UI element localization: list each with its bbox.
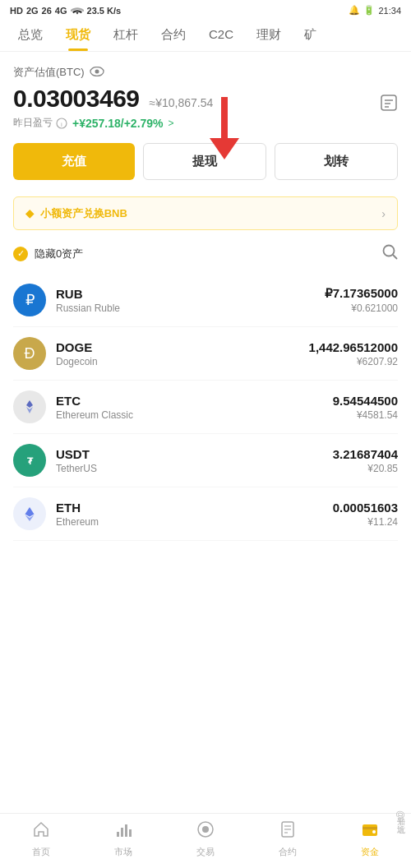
eye-icon[interactable] (90, 67, 104, 79)
eth-amounts: 0.00051603 ¥11.24 (333, 501, 398, 528)
search-icon[interactable] (381, 243, 398, 264)
list-item[interactable]: ₮ USDT TetherUS 3.21687404 ¥20.85 (13, 434, 398, 487)
doge-amounts: 1,442.96512000 ¥6207.92 (309, 340, 398, 367)
eth-amount: 0.00051603 (333, 501, 398, 515)
nav-trade[interactable]: 交易 (164, 820, 247, 858)
svg-marker-14 (25, 507, 35, 517)
rub-info: RUB Russian Ruble (56, 287, 325, 314)
etc-icon (13, 390, 46, 423)
svg-rect-27 (363, 827, 377, 829)
tab-spot[interactable]: 现货 (54, 19, 102, 51)
status-left: HD 2G 26 4G 23.5 K/s (10, 6, 121, 16)
rub-symbol: RUB (56, 287, 325, 301)
transfer-button[interactable]: 划转 (275, 143, 398, 180)
nav-trade-label: 交易 (196, 846, 215, 858)
svg-rect-19 (129, 829, 132, 837)
alarm-icon: 🔔 (349, 5, 360, 16)
svg-rect-16 (117, 832, 119, 837)
bottom-nav: 首页 市场 交易 (0, 813, 411, 868)
main-content: 资产估值(BTC) 0.03003469 ≈¥10,867.54 昨日盈亏 i … (0, 52, 411, 541)
svg-point-28 (372, 830, 376, 833)
time-display: 21:34 (378, 6, 401, 16)
svg-rect-17 (121, 828, 123, 837)
doge-icon: Ð (13, 337, 46, 370)
trade-icon (196, 820, 215, 843)
network-4g: 4G (55, 6, 67, 16)
rub-icon: ₽ (13, 284, 46, 316)
nav-home-label: 首页 (32, 846, 50, 858)
network-speed: 23.5 K/s (87, 6, 122, 16)
pnl-label: 昨日盈亏 i (13, 116, 67, 130)
eth-symbol: ETH (56, 501, 333, 515)
banner-icon: ◆ (25, 207, 34, 219)
usdt-symbol: USDT (56, 447, 333, 461)
doge-info: DOGE Dogecoin (56, 340, 309, 367)
pnl-arrow[interactable]: > (169, 118, 174, 129)
watermark: 知乎@近坑 (395, 810, 406, 819)
list-item[interactable]: ETH Ethereum 0.00051603 ¥11.24 (13, 487, 398, 541)
svg-line-9 (393, 255, 397, 259)
action-buttons: 充值 提现 划转 (13, 143, 398, 180)
usdt-info: USDT TetherUS (56, 447, 333, 474)
asset-label-row: 资产估值(BTC) (13, 65, 398, 80)
usdt-amounts: 3.21687404 ¥20.85 (333, 447, 398, 474)
list-item[interactable]: ₽ RUB Russian Ruble ₽7.17365000 ¥0.62100… (13, 274, 398, 327)
doge-cny: ¥6207.92 (309, 356, 398, 367)
filter-check-icon[interactable]: ✓ (13, 247, 28, 261)
info-icon: i (56, 118, 67, 129)
tab-contract[interactable]: 合约 (150, 19, 197, 51)
svg-marker-10 (26, 400, 33, 408)
signal-26: 26 (42, 6, 52, 16)
doge-amount: 1,442.96512000 (309, 340, 398, 354)
action-area: 充值 提现 划转 (13, 143, 398, 180)
doge-symbol: DOGE (56, 340, 309, 354)
charge-button[interactable]: 充值 (13, 143, 135, 180)
svg-rect-26 (363, 824, 377, 836)
tab-finance[interactable]: 理财 (245, 19, 293, 51)
etc-amount: 9.54544500 (333, 394, 398, 408)
eth-icon (13, 497, 46, 530)
market-icon (114, 820, 132, 843)
wifi-icon (71, 6, 84, 16)
withdraw-button[interactable]: 提现 (143, 143, 266, 180)
banner-label: ◆ 小额资产兑换BNB (25, 207, 127, 219)
eth-name: Ethereum (56, 516, 333, 528)
etc-symbol: ETC (56, 394, 333, 408)
asset-cny-value: ≈¥10,867.54 (150, 96, 214, 109)
tab-c2c[interactable]: C2C (197, 19, 245, 51)
hd-indicator: HD (10, 6, 23, 16)
rub-amounts: ₽7.17365000 ¥0.621000 (325, 286, 398, 314)
tab-leverage[interactable]: 杠杆 (102, 19, 150, 51)
filter-label: 隐藏0资产 (35, 247, 83, 261)
nav-contract[interactable]: 合约 (247, 820, 329, 858)
eth-info: ETH Ethereum (56, 501, 333, 528)
report-icon[interactable] (380, 94, 398, 116)
nav-contract-label: 合约 (279, 846, 297, 858)
pnl-value: +¥257.18/+2.79% (72, 117, 164, 130)
rub-name: Russian Ruble (56, 302, 325, 314)
filter-left: ✓ 隐藏0资产 (13, 247, 83, 261)
funds-icon (361, 820, 379, 843)
tab-mining[interactable]: 矿 (293, 19, 328, 51)
eth-cny: ¥11.24 (333, 516, 398, 528)
svg-point-5 (95, 69, 99, 73)
banner-arrow-icon: › (381, 207, 386, 220)
list-item[interactable]: Ð DOGE Dogecoin 1,442.96512000 ¥6207.92 (13, 327, 398, 381)
nav-market-label: 市场 (114, 846, 132, 858)
small-assets-banner[interactable]: ◆ 小额资产兑换BNB › (13, 196, 398, 230)
nav-home[interactable]: 首页 (0, 820, 82, 858)
asset-value-row: 0.03003469 ≈¥10,867.54 (13, 85, 398, 113)
nav-market[interactable]: 市场 (82, 820, 164, 858)
status-right: 🔔 🔋 21:34 (349, 5, 401, 16)
svg-marker-11 (26, 407, 33, 413)
nav-funds[interactable]: 资金 (329, 820, 411, 858)
etc-info: ETC Ethereum Classic (56, 394, 333, 421)
tab-overview[interactable]: 总览 (7, 19, 54, 51)
home-icon (32, 820, 50, 843)
svg-text:₮: ₮ (27, 456, 34, 466)
svg-rect-18 (125, 824, 127, 837)
network-2g: 2G (26, 6, 39, 16)
contract-icon (279, 820, 297, 843)
list-item[interactable]: ETC Ethereum Classic 9.54544500 ¥4581.54 (13, 381, 398, 434)
nav-funds-label: 资金 (361, 846, 379, 858)
